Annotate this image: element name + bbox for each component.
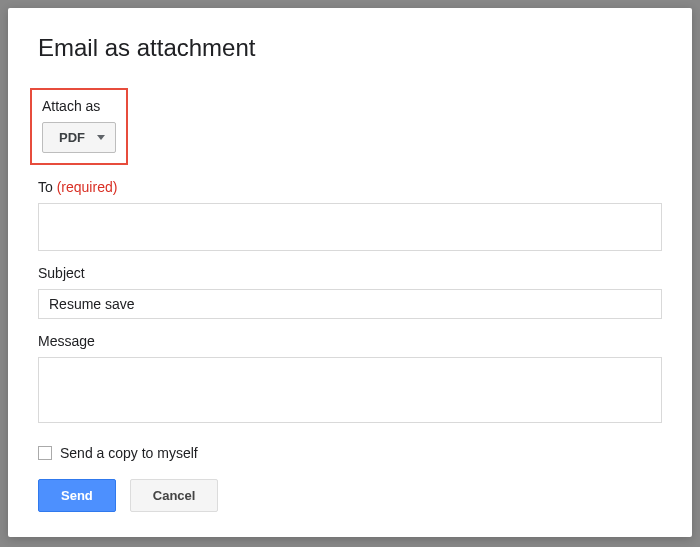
chevron-down-icon bbox=[97, 135, 105, 140]
to-required-text: (required) bbox=[57, 179, 118, 195]
copy-myself-checkbox[interactable] bbox=[38, 446, 52, 460]
to-field-group: To (required) bbox=[38, 179, 662, 251]
subject-label: Subject bbox=[38, 265, 662, 281]
message-field-group: Message bbox=[38, 333, 662, 427]
copy-myself-row: Send a copy to myself bbox=[38, 445, 662, 461]
email-attachment-dialog: Email as attachment Attach as PDF To (re… bbox=[8, 8, 692, 537]
to-label-text: To bbox=[38, 179, 53, 195]
attach-format-selected: PDF bbox=[59, 130, 85, 145]
attach-as-label: Attach as bbox=[42, 98, 116, 114]
attach-format-dropdown[interactable]: PDF bbox=[42, 122, 116, 153]
subject-input[interactable] bbox=[38, 289, 662, 319]
subject-field-group: Subject bbox=[38, 265, 662, 319]
send-button[interactable]: Send bbox=[38, 479, 116, 512]
attach-as-highlight: Attach as PDF bbox=[30, 88, 128, 165]
dialog-title: Email as attachment bbox=[38, 34, 662, 62]
dialog-button-row: Send Cancel bbox=[38, 479, 662, 512]
to-input[interactable] bbox=[38, 203, 662, 251]
cancel-button[interactable]: Cancel bbox=[130, 479, 219, 512]
to-label: To (required) bbox=[38, 179, 662, 195]
message-label: Message bbox=[38, 333, 662, 349]
message-input[interactable] bbox=[38, 357, 662, 423]
copy-myself-label: Send a copy to myself bbox=[60, 445, 198, 461]
